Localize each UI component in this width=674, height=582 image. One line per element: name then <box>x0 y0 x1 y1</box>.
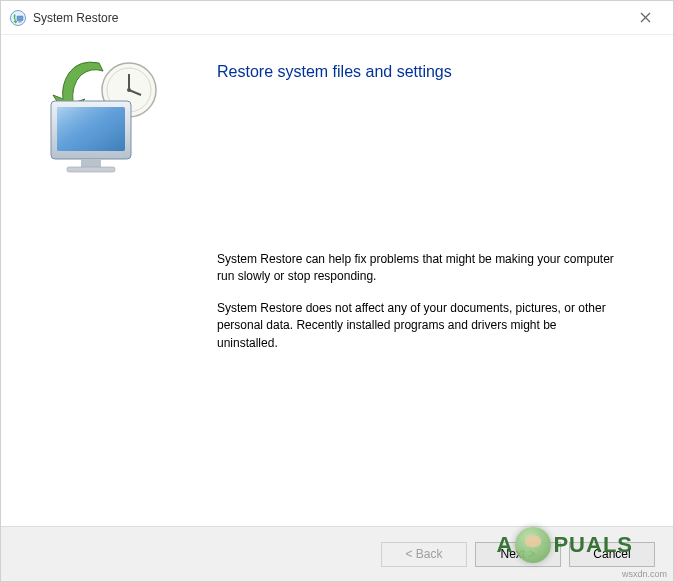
body-text: System Restore can help fix problems tha… <box>217 251 617 352</box>
sidebar <box>1 35 189 526</box>
svg-rect-13 <box>57 107 125 151</box>
svg-rect-15 <box>67 167 115 172</box>
footer: < Back Next > Cancel <box>1 526 673 581</box>
system-restore-graphic <box>21 55 176 180</box>
cancel-button[interactable]: Cancel <box>569 542 655 567</box>
svg-rect-14 <box>81 159 101 167</box>
window-title: System Restore <box>33 11 625 25</box>
next-button[interactable]: Next > <box>475 542 561 567</box>
system-restore-icon <box>9 9 27 27</box>
close-icon <box>640 12 651 23</box>
main-panel: Restore system files and settings System… <box>189 35 673 526</box>
back-button: < Back <box>381 542 467 567</box>
titlebar: System Restore <box>1 1 673 35</box>
svg-rect-2 <box>19 20 21 21</box>
paragraph-1: System Restore can help fix problems tha… <box>217 251 617 286</box>
svg-rect-1 <box>17 16 23 21</box>
svg-rect-3 <box>18 21 22 22</box>
paragraph-2: System Restore does not affect any of yo… <box>217 300 617 352</box>
close-button[interactable] <box>625 4 665 32</box>
content-area: Restore system files and settings System… <box>1 35 673 526</box>
svg-point-10 <box>127 88 131 92</box>
page-heading: Restore system files and settings <box>217 63 633 81</box>
watermark-source: wsxdn.com <box>622 569 667 579</box>
wizard-window: System Restore <box>0 0 674 582</box>
